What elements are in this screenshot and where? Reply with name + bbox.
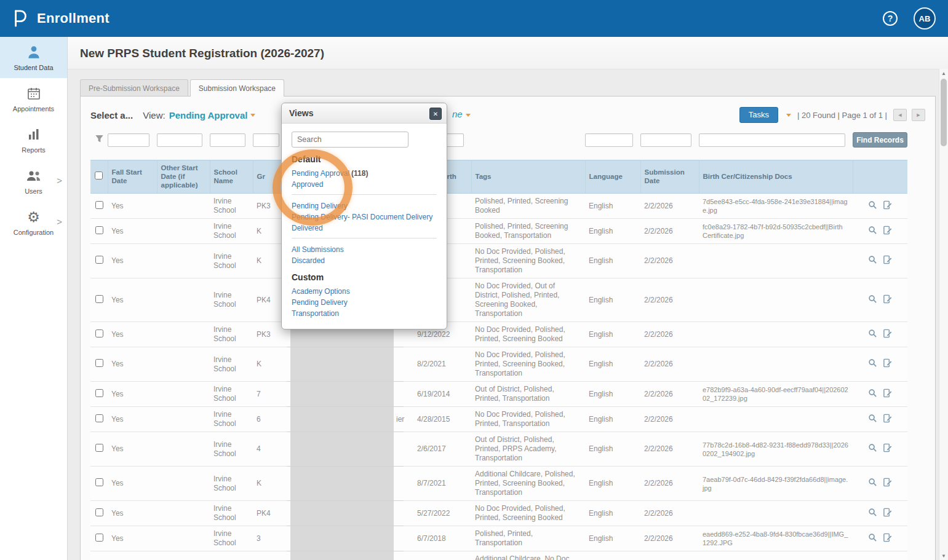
- edit-record-icon[interactable]: [883, 533, 892, 545]
- sidebar-item-configuration[interactable]: ⚙ Configuration >: [0, 202, 67, 243]
- edit-record-icon[interactable]: [883, 329, 892, 341]
- view-record-icon[interactable]: [868, 508, 877, 519]
- view-link[interactable]: Academy Options: [292, 287, 350, 296]
- filter-fall-start-input[interactable]: [108, 133, 149, 147]
- table-row: Yes Irvine School K Polished, Printed, S…: [90, 219, 907, 244]
- sidebar-item-student-data[interactable]: Student Data: [0, 37, 67, 78]
- close-icon[interactable]: ✕: [429, 108, 442, 120]
- view-link[interactable]: Transportation: [292, 309, 339, 318]
- docs-cell: fc0e8a29-1782-4b7f-b92d-50935c2cbedf||Bi…: [699, 219, 853, 244]
- view-link[interactable]: Delivered: [292, 224, 323, 232]
- row-checkbox[interactable]: [95, 329, 103, 337]
- view-link[interactable]: Pending Delivery: [292, 298, 348, 307]
- toolbar: Select a... View: Pending Approval ne Ta…: [81, 97, 935, 132]
- tab-pre-submission-workspace[interactable]: Pre-Submission Workspace: [80, 79, 188, 97]
- view-option: Pending Delivery- PASI Document Delivery: [292, 211, 437, 222]
- view-option: Discarded: [292, 255, 437, 266]
- row-checkbox[interactable]: [95, 508, 103, 516]
- select-action-dropdown[interactable]: Select a...: [90, 110, 133, 120]
- filter-funnel-icon[interactable]: [90, 134, 108, 146]
- scroll-down-icon[interactable]: ▼: [939, 551, 948, 560]
- partial-dropdown-fragment[interactable]: ne: [452, 109, 471, 119]
- avatar[interactable]: AB: [914, 7, 936, 30]
- tags-cell: Out of District, Polished, Printed, Tran…: [471, 382, 585, 407]
- view-link[interactable]: Discarded: [292, 256, 325, 265]
- date-of-birth-cell: 2/6/2017: [404, 432, 471, 467]
- edit-record-icon[interactable]: [883, 414, 892, 425]
- help-icon[interactable]: ?: [883, 11, 898, 26]
- row-checkbox[interactable]: [95, 389, 103, 397]
- row-checkbox[interactable]: [95, 534, 103, 542]
- filter-school-name-input[interactable]: [210, 133, 245, 147]
- scroll-up-icon[interactable]: ▲: [939, 69, 948, 77]
- edit-record-icon[interactable]: [883, 478, 892, 489]
- edit-record-icon[interactable]: [883, 294, 892, 306]
- edit-record-icon[interactable]: [883, 388, 892, 400]
- row-checkbox[interactable]: [95, 444, 103, 452]
- row-checkbox[interactable]: [95, 201, 103, 209]
- row-checkbox[interactable]: [95, 414, 103, 422]
- row-checkbox[interactable]: [95, 226, 103, 234]
- scrollbar-thumb[interactable]: [941, 79, 947, 146]
- view-record-icon[interactable]: [868, 414, 877, 425]
- edit-record-icon[interactable]: [883, 443, 892, 455]
- filter-docs-input[interactable]: [699, 133, 845, 147]
- prev-page-button[interactable]: ◄: [893, 109, 907, 121]
- other-start-cell: [157, 278, 210, 322]
- table-row: Yes Irvine School K No Doc Provided, Pol…: [90, 244, 907, 278]
- view-record-icon[interactable]: [868, 200, 877, 212]
- sidebar-item-users[interactable]: Users >: [0, 160, 67, 202]
- date-of-birth-cell: 8/7/2021: [404, 467, 471, 501]
- filter-language-input[interactable]: [585, 133, 633, 147]
- table-row: Yes Irvine School 6 ier 4/28/2015 No Doc…: [90, 407, 907, 432]
- view-record-icon[interactable]: [868, 255, 877, 267]
- tasks-dropdown-icon[interactable]: [786, 114, 791, 117]
- row-checkbox[interactable]: [95, 359, 103, 367]
- tags-cell: No Doc Provided, Polished, Printed, Scre…: [471, 501, 585, 526]
- school-name-cell: Irvine School: [210, 467, 253, 501]
- view-record-icon[interactable]: [868, 226, 877, 237]
- find-records-button[interactable]: Find Records: [853, 132, 907, 148]
- view-record-icon[interactable]: [868, 329, 877, 341]
- actions-cell: [853, 432, 907, 467]
- views-search-input[interactable]: [292, 132, 408, 148]
- view-option: Pending Delivery: [292, 297, 437, 307]
- view-record-icon[interactable]: [868, 443, 877, 455]
- school-name-cell: Irvine School: [210, 551, 253, 560]
- filter-grade-input[interactable]: [253, 133, 279, 147]
- page-title: New PRPS Student Registration (2026-2027…: [80, 47, 948, 60]
- row-checkbox[interactable]: [95, 478, 103, 486]
- filter-other-start-input[interactable]: [157, 133, 202, 147]
- view-link[interactable]: Pending Approval: [292, 169, 349, 178]
- view-link[interactable]: Approved: [292, 180, 323, 189]
- view-record-icon[interactable]: [868, 388, 877, 400]
- chevron-down-icon[interactable]: [250, 114, 255, 117]
- row-checkbox[interactable]: [95, 256, 103, 264]
- edit-record-icon[interactable]: [883, 226, 892, 237]
- row-checkbox[interactable]: [95, 295, 103, 303]
- view-link[interactable]: Pending Delivery: [292, 202, 348, 210]
- next-page-button[interactable]: ►: [912, 109, 925, 121]
- workspace-card: Select a... View: Pending Approval ne Ta…: [80, 96, 936, 560]
- sidebar-item-appointments[interactable]: Appointments: [0, 78, 67, 119]
- tab-submission-workspace[interactable]: Submission Workspace: [190, 79, 284, 97]
- edit-record-icon[interactable]: [883, 200, 892, 212]
- student-name-cell-redacted: [287, 526, 404, 551]
- view-record-icon[interactable]: [868, 358, 877, 370]
- sidebar-item-reports[interactable]: Reports: [0, 119, 67, 160]
- edit-record-icon[interactable]: [883, 508, 892, 519]
- tasks-button[interactable]: Tasks: [739, 107, 778, 123]
- edit-record-icon[interactable]: [883, 358, 892, 370]
- view-value-link[interactable]: Pending Approval: [169, 110, 248, 120]
- edit-record-icon[interactable]: [883, 255, 892, 267]
- language-cell: English: [585, 526, 640, 551]
- vertical-scrollbar[interactable]: ▲ ▼: [939, 69, 948, 560]
- view-record-icon[interactable]: [868, 294, 877, 306]
- filter-submission-date-input[interactable]: [640, 133, 691, 147]
- view-link[interactable]: Pending Delivery- PASI Document Delivery: [292, 213, 432, 221]
- view-record-icon[interactable]: [868, 533, 877, 545]
- view-link[interactable]: All Submissions: [292, 245, 344, 254]
- custom-section-label: Custom: [292, 272, 437, 282]
- view-record-icon[interactable]: [868, 478, 877, 489]
- select-all-checkbox[interactable]: [95, 172, 103, 179]
